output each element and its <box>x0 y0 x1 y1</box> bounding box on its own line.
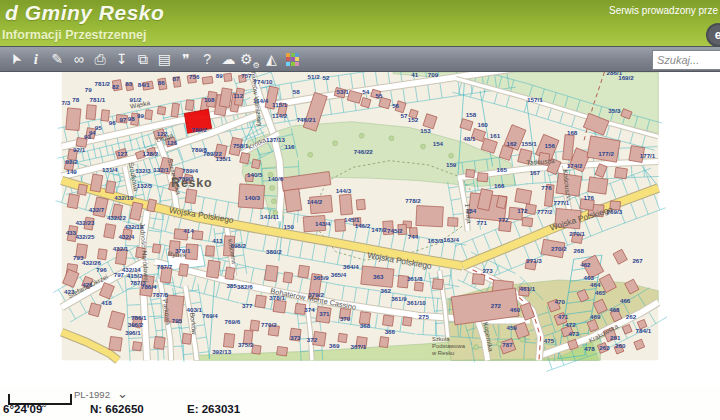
parcel-label: 150 <box>284 223 295 230</box>
parcel-label: 131/4 <box>102 166 118 173</box>
parcel-label: 41 <box>411 72 418 78</box>
parcel-label: 373 <box>290 334 301 341</box>
parcel-label: 135/1 <box>216 155 232 162</box>
parcel-label: 144/3 <box>336 187 352 194</box>
parcel-label: 51/2 <box>308 73 321 80</box>
parcel-label: 777/2 <box>537 208 553 215</box>
parcel-label: 275 <box>419 313 430 320</box>
north-arrow-icon[interactable]: ◭ <box>261 47 282 71</box>
building <box>206 246 215 256</box>
building <box>466 169 475 177</box>
parcel-label: 382/6 <box>237 283 253 290</box>
building <box>185 189 197 204</box>
parcel-label: 472 <box>565 321 576 328</box>
parcel-label: 432/10 <box>114 194 134 201</box>
status-overlay: PL-1992 ⌄ 6°24'09˝ N: 662650 E: 263031 <box>0 386 720 420</box>
building <box>202 76 213 84</box>
copy-frames-icon[interactable]: ⧉ <box>132 47 153 71</box>
parcel-label: 112 <box>233 93 244 100</box>
parcel-label: 789/4 <box>182 167 198 174</box>
parcel-label: 374 <box>304 306 315 313</box>
tree <box>449 153 454 158</box>
parcel-label: 140/3 <box>245 194 261 201</box>
parcel-label: 156 <box>545 142 556 149</box>
building <box>252 159 261 169</box>
parcel-label: 159 <box>446 161 457 168</box>
parcel-label: 769/6 <box>225 318 241 325</box>
building <box>273 300 286 313</box>
parcel-label: 787 <box>502 341 513 348</box>
parcel-label: 92/2 <box>66 158 79 165</box>
parcel-label: 114/2 <box>272 112 288 119</box>
coordinate-easting: E: 263031 <box>187 403 240 415</box>
building <box>98 249 108 260</box>
help-icon[interactable]: ? <box>197 47 218 71</box>
info-icon[interactable]: i <box>25 47 46 71</box>
parcel-label: 771 <box>477 219 488 226</box>
parcel-label: 772 <box>498 216 509 223</box>
parcel-label: 789/2 <box>191 126 207 133</box>
search-input[interactable] <box>652 50 720 70</box>
tree <box>308 152 313 157</box>
parcel-label: 92/1 <box>73 146 86 153</box>
parcel-label: 96 <box>109 119 116 126</box>
parcel-label: 35/3 <box>608 107 621 114</box>
parcel-label: 464 <box>590 281 601 288</box>
palette-legend-icon[interactable] <box>282 47 303 71</box>
parcel-label: 471 <box>558 313 569 320</box>
app-subtitle: Informacji Przestrzennej <box>2 28 147 42</box>
building <box>250 320 260 331</box>
parcel-label: 778/2 <box>405 197 421 204</box>
tree <box>270 186 275 191</box>
parcel-label: 146/2 <box>355 222 371 229</box>
parcel-label: 267 <box>632 257 643 264</box>
parcel-label: 478 <box>584 345 595 352</box>
parcel-label: 54 <box>362 88 369 95</box>
settings-gears-icon[interactable]: ⚙⚙ <box>239 47 260 71</box>
parcel-label: 176 <box>584 194 595 201</box>
parcel-label: 414 <box>183 227 194 234</box>
parcel-label: 744 <box>408 233 419 240</box>
layout-panels-icon[interactable]: ▤ <box>154 47 175 71</box>
parcel-label: 128/2 <box>143 151 159 158</box>
cloud-download-icon[interactable]: ☁ <box>218 47 239 71</box>
parcel-label: 93 <box>84 133 91 140</box>
parcel-label: 375/2 <box>238 341 254 348</box>
tree <box>420 144 425 149</box>
download-icon[interactable]: ↧ <box>111 47 132 71</box>
parcel-label: 82 <box>112 83 119 90</box>
building <box>379 337 389 348</box>
parcel-label: 132/1 <box>153 166 169 173</box>
building <box>179 264 189 277</box>
parcel-label: 432/25 <box>75 233 95 240</box>
map-canvas[interactable]: 79781/2828384/186877568975778781/17/391/… <box>0 72 720 420</box>
parcel-label: 709 <box>428 72 439 78</box>
parcel-label: 463 <box>584 274 595 281</box>
building <box>283 272 293 283</box>
parcel-label: 168 <box>567 129 578 136</box>
link-icon[interactable]: ∞ <box>68 47 89 71</box>
building <box>522 217 533 226</box>
building <box>77 184 87 195</box>
building <box>477 173 488 182</box>
parcel-label: 115/1 <box>272 101 288 108</box>
parcel-label: 432/23 <box>75 219 95 226</box>
parcel-label: 769/4 <box>202 312 218 319</box>
building <box>192 231 203 240</box>
parcel-label: 468 <box>609 306 620 313</box>
parcel-label: 143/4 <box>315 220 331 227</box>
crs-label[interactable]: PL-1992 <box>74 389 110 400</box>
parcel-label: 784/1 <box>636 327 652 334</box>
chevron-down-icon[interactable]: ⌄ <box>117 386 128 401</box>
print-icon[interactable]: ⎙ <box>90 47 111 71</box>
parcel-label: 161 <box>490 132 501 139</box>
parcel-label: 127 <box>117 151 128 158</box>
building <box>284 189 302 212</box>
parcel-label: 149 <box>66 168 77 175</box>
comment-bubble-icon[interactable]: ❞ <box>175 47 196 71</box>
draw-icon[interactable]: ✎ <box>47 47 68 71</box>
school-label: w Resku <box>431 350 454 356</box>
select-cursor-icon[interactable]: ➤ <box>4 47 25 71</box>
school-label: Szkoła <box>432 336 450 342</box>
parcel-label: 262 <box>626 313 637 320</box>
